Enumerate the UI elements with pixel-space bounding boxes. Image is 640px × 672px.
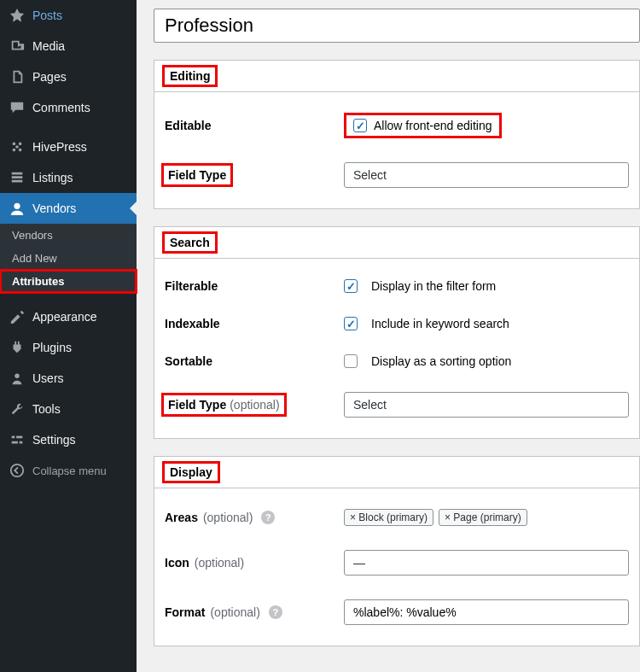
area-tag-page[interactable]: × Page (primary) [439,509,527,526]
vendors-submenu: Vendors Add New Attributes [0,224,137,293]
attribute-title-input[interactable] [154,9,640,43]
sidebar-item-posts[interactable]: Posts [0,0,137,31]
areas-optional: (optional) [203,511,253,524]
sidebar-item-label: Vendors [32,202,76,215]
sortable-check-label: Display as a sorting option [371,354,511,368]
areas-tags[interactable]: × Block (primary) × Page (primary) [344,509,527,526]
sidebar-item-listings[interactable]: Listings [0,162,137,193]
sidebar-item-pages[interactable]: Pages [0,61,137,92]
icon-optional: (optional) [195,556,244,570]
sidebar-item-label: Appearance [32,310,97,324]
indexable-check-label: Include in keyword search [371,317,509,330]
svg-point-5 [14,203,20,209]
submenu-add-new[interactable]: Add New [0,247,137,270]
sortable-label: Sortable [165,354,344,368]
search-fieldtype-label: Field Type [168,398,226,412]
submenu-attributes[interactable]: Attributes [0,270,137,293]
search-fieldtype-select[interactable]: Select [344,392,629,418]
hivepress-icon [9,138,26,155]
panel-title: Search [165,234,215,251]
sidebar-item-settings[interactable]: Settings [0,424,137,455]
icon-row: Icon (optional) — [154,538,639,587]
editable-check-label: Allow front-end editing [374,119,492,132]
collapse-menu[interactable]: Collapse menu [0,455,137,486]
settings-icon [9,431,26,448]
display-panel-header[interactable]: Display [154,457,639,488]
svg-point-4 [15,145,19,149]
admin-sidebar: Posts Media Pages Comments HivePress Lis… [0,0,137,672]
sidebar-item-label: Posts [32,9,62,22]
sidebar-item-media[interactable]: Media [0,31,137,61]
search-panel-header[interactable]: Search [154,227,639,259]
sidebar-item-label: Settings [32,433,76,447]
collapse-label: Collapse menu [32,465,107,477]
format-row: Format (optional) ? [154,587,639,637]
format-optional: (optional) [210,605,259,619]
media-icon [9,38,26,55]
editing-fieldtype-label: Field Type [165,167,230,184]
areas-label: Areas [165,511,198,524]
comments-icon [9,99,26,116]
sidebar-item-label: Comments [32,101,90,114]
editable-highlight: Allow front-end editing [344,113,502,138]
editable-row: Editable Allow front-end editing [154,101,639,150]
editable-checkbox[interactable] [353,119,367,132]
sidebar-item-plugins[interactable]: Plugins [0,332,137,363]
svg-point-7 [11,465,23,476]
search-fieldtype-label-wrap: Field Type (optional) [165,396,283,413]
search-fieldtype-optional: (optional) [230,398,279,412]
svg-point-3 [19,149,22,152]
help-icon[interactable]: ? [269,605,282,619]
appearance-icon [9,308,26,325]
search-panel: Search Filterable Display in the filter … [154,226,640,439]
panel-title: Display [165,464,218,481]
main-content: Editing Editable Allow front-end editing… [137,0,640,672]
collapse-icon [9,462,26,479]
svg-point-1 [19,143,22,146]
display-panel: Display Areas (optional) ? × Block (prim… [154,456,640,646]
help-icon[interactable]: ? [261,511,275,524]
sidebar-item-vendors[interactable]: Vendors [0,193,137,224]
sidebar-item-tools[interactable]: Tools [0,394,137,424]
panel-title: Editing [165,67,215,85]
sidebar-item-users[interactable]: Users [0,363,137,394]
editing-panel: Editing Editable Allow front-end editing… [154,60,640,209]
indexable-label: Indexable [165,317,344,330]
area-tag-block[interactable]: × Block (primary) [344,509,433,526]
sidebar-item-label: Media [32,39,65,53]
icon-label-wrap: Icon (optional) [165,556,344,570]
filterable-check-label: Display in the filter form [371,279,496,293]
sidebar-item-label: Pages [32,70,67,84]
sidebar-item-comments[interactable]: Comments [0,92,137,123]
format-label-wrap: Format (optional) ? [165,605,344,619]
filterable-label: Filterable [165,279,344,293]
areas-row: Areas (optional) ? × Block (primary) × P… [154,497,639,538]
indexable-checkbox[interactable] [344,317,358,330]
plugins-icon [9,339,26,356]
sidebar-item-hivepress[interactable]: HivePress [0,131,137,162]
icon-select[interactable]: — [344,550,629,576]
indexable-row: Indexable Include in keyword search [154,305,639,342]
listings-icon [9,169,26,186]
pin-icon [9,7,26,24]
tools-icon [9,400,26,418]
editing-fieldtype-row: Field Type Select [154,150,639,200]
editing-panel-header[interactable]: Editing [154,61,639,92]
filterable-checkbox[interactable] [344,279,358,293]
editing-fieldtype-select[interactable]: Select [344,162,629,188]
users-icon [9,370,26,387]
areas-label-wrap: Areas (optional) ? [165,511,344,524]
pages-icon [9,68,26,85]
sidebar-item-appearance[interactable]: Appearance [0,301,137,332]
sidebar-item-label: HivePress [32,140,87,154]
svg-point-0 [13,143,16,146]
svg-point-2 [13,149,16,152]
sidebar-item-label: Tools [32,402,61,416]
sortable-checkbox[interactable] [344,354,358,368]
format-label: Format [165,605,205,619]
format-input[interactable] [344,599,629,625]
vendors-icon [9,200,26,217]
submenu-vendors[interactable]: Vendors [0,224,137,247]
sortable-row: Sortable Display as a sorting option [154,342,639,380]
editable-label: Editable [165,119,344,132]
